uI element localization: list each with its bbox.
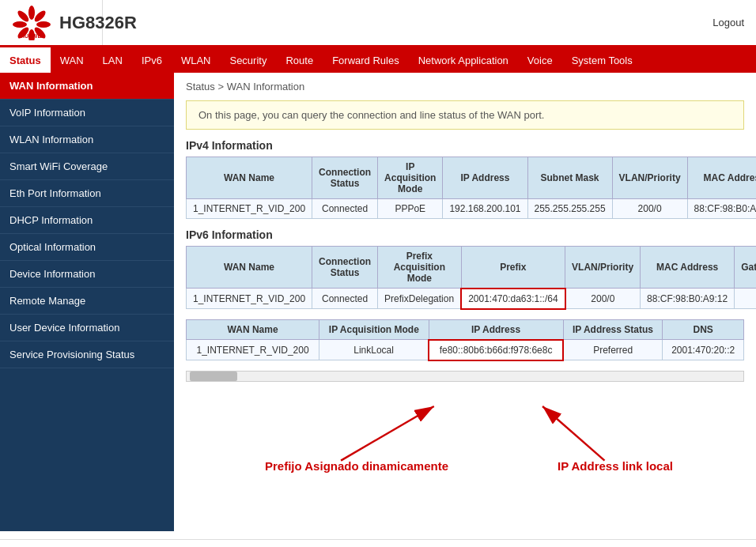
sidebar-item-wan-information[interactable]: WAN Information: [0, 73, 174, 100]
nav-ipv6[interactable]: IPv6: [132, 47, 172, 73]
info-message: On this page, you can query the connecti…: [186, 100, 744, 130]
ipv4-row: 1_INTERNET_R_VID_200 Connected PPPoE 192…: [187, 199, 757, 219]
ipv4-cell-mode: PPPoE: [378, 199, 443, 219]
ipv4-col-wan-name: WAN Name: [187, 157, 312, 199]
svg-text:HUAWEI: HUAWEI: [21, 33, 43, 39]
ipv4-col-subnet-mask: Subnet Mask: [527, 157, 612, 199]
sidebar-item-optical[interactable]: Optical Information: [0, 234, 174, 261]
sidebar-item-user-device[interactable]: User Device Information: [0, 315, 174, 341]
ipv6-col-connection-status: ConnectionStatus: [312, 247, 378, 289]
svg-line-12: [542, 406, 604, 460]
ipv6addr-col-ip-status: IP Address Status: [563, 319, 663, 340]
sidebar-item-service-provisioning[interactable]: Service Provisioning Status: [0, 341, 174, 368]
ipv4-cell-ip: 192.168.200.101: [443, 199, 527, 219]
logout-button[interactable]: Logout: [713, 17, 744, 28]
annotation-label-ip-link-local: IP Address link local: [558, 459, 673, 473]
nav-network-application[interactable]: Network Application: [409, 47, 518, 73]
svg-point-1: [32, 9, 47, 23]
ipv6-cell-wan-name: 1_INTERNET_R_VID_200: [187, 289, 312, 309]
ipv4-cell-status: Connected: [312, 199, 378, 219]
ipv6-section-title: IPv6 Information: [186, 228, 744, 241]
ipv6-addr-row: 1_INTERNET_R_VID_200 LinkLocal fe80::80b…: [187, 340, 744, 360]
nav-wan[interactable]: WAN: [51, 47, 93, 73]
sidebar-item-smart-wifi[interactable]: Smart WiFi Coverage: [0, 153, 174, 180]
ipv6-col-mac: MAC Address: [641, 247, 735, 289]
device-name: HG8326R: [51, 13, 137, 33]
sidebar-item-remote-manage[interactable]: Remote Manage: [0, 288, 174, 315]
ipv4-col-ip-address: IP Address: [443, 157, 527, 199]
ipv6addr-col-wan-name: WAN Name: [187, 319, 319, 340]
annotation-arrows: [186, 390, 744, 500]
svg-point-6: [13, 21, 27, 28]
scroll-thumb[interactable]: [190, 372, 237, 381]
nav-bar: Status WAN LAN IPv6 WLAN Security Route …: [0, 47, 756, 73]
nav-route[interactable]: Route: [276, 47, 323, 73]
ipv6-col-gateway: Gateway: [735, 247, 756, 289]
ipv6addr-cell-wan-name: 1_INTERNET_R_VID_200: [187, 340, 319, 360]
ipv6-cell-prefix: 2001:470:da63:1::/64: [461, 289, 565, 309]
breadcrumb: Status > WAN Information: [186, 81, 744, 92]
ipv4-table: WAN Name ConnectionStatus IP Acquisition…: [186, 157, 756, 219]
annotation-label-prefijo: Prefijo Asignado dinamicamente: [265, 459, 448, 473]
ipv4-col-mac: MAC Address: [687, 157, 756, 199]
nav-voice[interactable]: Voice: [518, 47, 562, 73]
svg-point-7: [16, 9, 30, 23]
ipv4-col-connection-status: ConnectionStatus: [312, 157, 378, 199]
sidebar-item-dhcp[interactable]: DHCP Information: [0, 207, 174, 234]
ipv6addr-cell-dns: 2001:470:20::2: [663, 340, 744, 360]
ipv6-cell-prefix-acq: PrefixDelegation: [378, 289, 462, 309]
sidebar-item-wlan-information[interactable]: WLAN Information: [0, 126, 174, 153]
ipv6addr-cell-acq-mode: LinkLocal: [319, 340, 429, 360]
sidebar: WAN Information VoIP Information WLAN In…: [0, 73, 174, 531]
nav-system-tools[interactable]: System Tools: [562, 47, 642, 73]
huawei-logo-icon: HUAWEI: [12, 5, 51, 40]
ipv6addr-col-dns: DNS: [663, 319, 744, 340]
sidebar-item-device-info[interactable]: Device Information: [0, 261, 174, 288]
ipv4-col-ip-acq-mode: IP AcquisitionMode: [378, 157, 443, 199]
sidebar-item-voip-information[interactable]: VoIP Information: [0, 100, 174, 126]
ipv6addr-cell-ip: fe80::80b6:b66d:f978:6e8c: [429, 340, 563, 360]
ipv4-cell-vlan: 200/0: [612, 199, 687, 219]
nav-security[interactable]: Security: [220, 47, 276, 73]
nav-forward-rules[interactable]: Forward Rules: [323, 47, 409, 73]
ipv4-cell-wan-name: 1_INTERNET_R_VID_200: [187, 199, 312, 219]
ipv6-col-vlan: VLAN/Priority: [565, 247, 641, 289]
svg-point-2: [36, 21, 51, 28]
sidebar-item-eth-port[interactable]: Eth Port Information: [0, 180, 174, 207]
footer: Copyright © Huawei Technologies Co., Ltd…: [0, 539, 756, 547]
ipv6-cell-mac: 88:CF:98:B0:A9:12: [641, 289, 735, 309]
ipv6-table: WAN Name ConnectionStatus Prefix Acquisi…: [186, 246, 756, 310]
ipv6-row: 1_INTERNET_R_VID_200 Connected PrefixDel…: [187, 289, 757, 309]
annotation-area: Prefijo Asignado dinamicamente IP Addres…: [186, 390, 744, 500]
ipv4-section-title: IPv4 Information: [186, 139, 744, 152]
ipv6-col-wan-name: WAN Name: [187, 247, 312, 289]
nav-wlan[interactable]: WLAN: [172, 47, 221, 73]
ipv4-col-vlan: VLAN/Priority: [612, 157, 687, 199]
ipv6addr-col-ip-address: IP Address: [429, 319, 563, 340]
nav-status[interactable]: Status: [0, 47, 51, 73]
logout-area[interactable]: Logout: [713, 17, 756, 28]
logo-area: HUAWEI HG8326R: [0, 0, 103, 45]
ipv6-col-prefix: Prefix: [461, 247, 565, 289]
ipv6-addr-table: WAN Name IP Acquisition Mode IP Address …: [186, 319, 744, 361]
ipv4-cell-subnet: 255.255.255.255: [527, 199, 612, 219]
ipv6-cell-gateway: --: [735, 289, 756, 309]
ipv6-col-prefix-acq: Prefix AcquisitionMode: [378, 247, 462, 289]
content-area: Status > WAN Information On this page, y…: [174, 73, 756, 531]
nav-lan[interactable]: LAN: [93, 47, 132, 73]
ipv6addr-col-ip-acq-mode: IP Acquisition Mode: [319, 319, 429, 340]
ipv4-cell-mac: 88:CF:98:B0:A9:12: [687, 199, 756, 219]
svg-point-0: [28, 6, 35, 20]
horizontal-scrollbar[interactable]: [186, 371, 744, 382]
ipv6-cell-vlan: 200/0: [565, 289, 641, 309]
ipv6-cell-status: Connected: [312, 289, 378, 309]
ipv6addr-cell-status: Preferred: [563, 340, 663, 360]
svg-line-11: [341, 406, 434, 460]
